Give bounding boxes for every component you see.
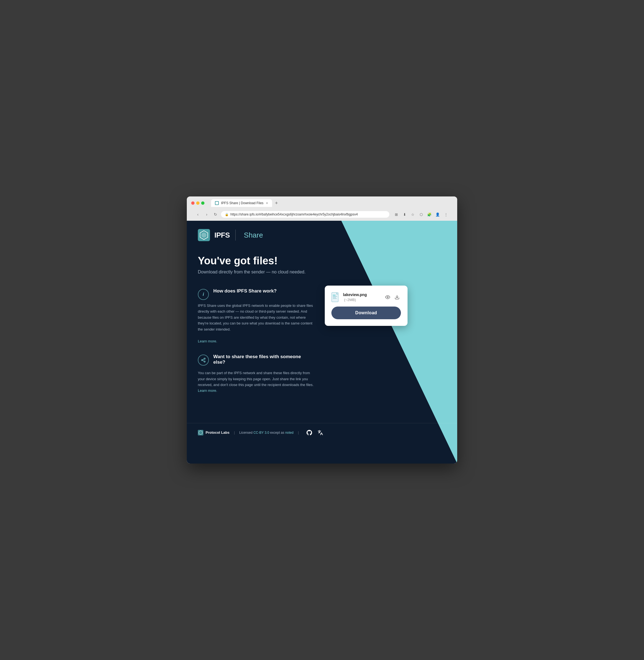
grid-icon[interactable]: ⊞ — [393, 211, 400, 218]
tab-bar: IPFS Share | Download Files ✕ + — [211, 199, 453, 207]
tab-title: IPFS Share | Download Files — [221, 201, 263, 205]
info-block-2-title: Want to share these files with someone e… — [213, 354, 314, 365]
footer-license-text: Licensed CC-BY 3.0 except as noted — [239, 431, 294, 435]
share-icon — [198, 355, 209, 366]
info-block-2-body: You can be part of the IPFS network and … — [198, 370, 314, 394]
download-single-button[interactable] — [393, 293, 401, 301]
reload-button[interactable]: ↻ — [212, 211, 219, 218]
info-block-2-header: Want to share these files with someone e… — [198, 354, 314, 367]
preview-button[interactable] — [384, 293, 392, 301]
svg-rect-13 — [333, 294, 336, 296]
minimize-traffic-light[interactable] — [196, 201, 200, 205]
tab-favicon — [215, 201, 219, 205]
new-tab-button[interactable]: + — [273, 199, 280, 207]
site-footer: Protocol Labs | Licensed CC-BY 3.0 excep… — [187, 423, 457, 442]
file-type-icon — [331, 292, 340, 302]
svg-line-7 — [203, 360, 204, 361]
svg-rect-12 — [333, 298, 337, 299]
bookmark-icon[interactable]: ☆ — [409, 211, 416, 218]
tab-close-btn[interactable]: ✕ — [266, 201, 268, 205]
file-card: lakeview.png (~2MB) — [325, 286, 408, 326]
file-actions — [384, 293, 401, 301]
extensions-icon[interactable]: ⬡ — [417, 211, 424, 218]
info-block-1-header: i How does IPFS Share work? — [198, 288, 314, 300]
noted-link[interactable]: noted — [285, 431, 294, 435]
address-bar[interactable]: 🔒 https://share.ipfs.io/#/bafybeihce54xc… — [221, 211, 389, 218]
footer-icons — [305, 429, 324, 436]
github-icon[interactable] — [305, 429, 313, 436]
info-block-1-title: How does IPFS Share work? — [213, 288, 277, 294]
logo-text-share: Share — [244, 231, 263, 240]
svg-point-14 — [387, 297, 389, 298]
svg-line-8 — [203, 359, 204, 360]
page-content: IPFS Share You've got files! Download di… — [187, 221, 457, 463]
forward-button[interactable]: › — [203, 211, 210, 218]
url-text: https://share.ipfs.io/#/bafybeihce54xcxg… — [230, 212, 358, 216]
browser-controls: IPFS Share | Download Files ✕ + — [191, 199, 453, 207]
hero-section: You've got files! Download directly from… — [187, 247, 457, 280]
footer-divider-2: | — [298, 430, 299, 435]
file-row: lakeview.png (~2MB) — [331, 292, 401, 302]
maximize-traffic-light[interactable] — [201, 201, 204, 205]
back-button[interactable]: ‹ — [194, 211, 201, 218]
file-info: lakeview.png (~2MB) — [343, 292, 381, 302]
right-column: lakeview.png (~2MB) — [325, 288, 408, 404]
info-block-how-it-works: i How does IPFS Share work? IPFS Share u… — [198, 288, 314, 344]
account-icon[interactable]: 👤 — [434, 211, 441, 218]
cc-license-link[interactable]: CC-BY 3.0 — [253, 431, 269, 435]
file-name: lakeview.png — [343, 293, 367, 297]
puzzle-icon[interactable]: 🧩 — [426, 211, 433, 218]
svg-rect-11 — [333, 297, 336, 298]
main-content: i How does IPFS Share work? IPFS Share u… — [187, 280, 457, 412]
translate-icon[interactable] — [317, 429, 324, 436]
menu-icon[interactable]: ⋮ — [442, 211, 450, 218]
svg-rect-10 — [333, 296, 337, 297]
browser-tab-active[interactable]: IPFS Share | Download Files ✕ — [211, 199, 272, 207]
info-block-1-link[interactable]: Learn more. — [198, 339, 217, 343]
svg-rect-0 — [215, 202, 218, 204]
ipfs-logo-icon — [198, 229, 210, 241]
info-block-1-body: IPFS Share uses the global IPFS network … — [198, 303, 314, 344]
traffic-lights — [191, 201, 204, 205]
close-traffic-light[interactable] — [191, 201, 194, 205]
browser-addressbar: ‹ › ↻ 🔒 https://share.ipfs.io/#/bafybeih… — [191, 209, 453, 221]
footer-brand-text: Protocol Labs — [206, 430, 230, 435]
logo-text-ipfs: IPFS — [214, 231, 230, 240]
info-block-2-link[interactable]: Learn more. — [198, 388, 217, 393]
browser-window: IPFS Share | Download Files ✕ + ‹ › ↻ 🔒 … — [187, 197, 457, 463]
browser-actions: ⊞ ⬇ ☆ ⬡ 🧩 👤 ⋮ — [393, 211, 450, 218]
logo-divider — [235, 230, 236, 241]
site-header: IPFS Share — [187, 221, 457, 247]
download-icon[interactable]: ⬇ — [401, 211, 408, 218]
hero-subtitle: Download directly from the sender — no c… — [198, 270, 446, 275]
info-icon: i — [198, 289, 209, 300]
footer-brand: Protocol Labs — [198, 430, 230, 435]
download-all-button[interactable]: Download — [331, 306, 401, 319]
browser-titlebar: IPFS Share | Download Files ✕ + ‹ › ↻ 🔒 … — [187, 197, 457, 221]
left-column: i How does IPFS Share work? IPFS Share u… — [198, 288, 314, 404]
lock-icon: 🔒 — [225, 213, 229, 216]
info-block-share: Want to share these files with someone e… — [198, 354, 314, 394]
footer-divider-1: | — [234, 430, 235, 435]
hero-title: You've got files! — [198, 255, 446, 267]
file-size: (~2MB) — [344, 298, 356, 302]
